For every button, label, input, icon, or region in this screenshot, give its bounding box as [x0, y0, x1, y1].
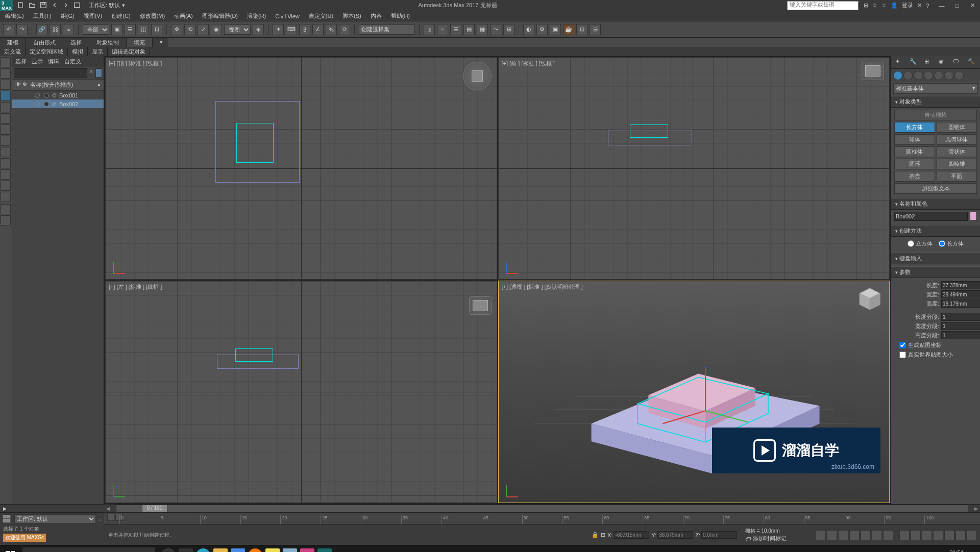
snap-toggle-button[interactable]: 3 — [299, 24, 310, 35]
pan-button[interactable] — [899, 530, 910, 540]
helpers-category-icon[interactable] — [934, 71, 943, 80]
layer-button[interactable]: ☰ — [450, 24, 461, 35]
time-slider-thumb[interactable]: 0 / 100 — [142, 505, 167, 513]
percent-snap-button[interactable]: % — [326, 24, 337, 35]
se-tool-15[interactable] — [1, 204, 11, 214]
menu-rendering[interactable]: 渲染(R) — [247, 12, 266, 20]
close-button[interactable]: ✕ — [965, 0, 980, 11]
menu-create[interactable]: 创建(C) — [111, 12, 130, 20]
se-tool-1[interactable] — [1, 57, 11, 67]
ribbon-tab-freeform[interactable]: 自由形式 — [26, 38, 63, 47]
rotate-button[interactable]: ⟲ — [184, 24, 195, 35]
menu-scripting[interactable]: 脚本(S) — [342, 12, 361, 20]
menu-group[interactable]: 组(G) — [61, 12, 75, 20]
subcategory-dropdown[interactable]: 标准基本体▾ — [893, 83, 978, 94]
zoom-extents-button[interactable] — [922, 530, 932, 540]
start-button[interactable] — [0, 545, 20, 553]
radio-cube[interactable]: 立方体 — [908, 240, 933, 247]
rollout-header[interactable]: 键盘输入 — [891, 253, 980, 264]
mirror-button[interactable]: ⎅ — [424, 24, 435, 35]
spacewarps-category-icon[interactable] — [944, 71, 953, 80]
viewport-label[interactable]: [+] [前 ] [标准 ] [线框 ] — [502, 60, 555, 67]
length-input[interactable] — [941, 281, 980, 289]
cameras-category-icon[interactable] — [924, 71, 933, 80]
prim-plane[interactable]: 平面 — [937, 171, 977, 182]
next-frame-button[interactable] — [849, 530, 860, 540]
se-tool-12[interactable] — [1, 181, 11, 191]
link-button[interactable]: 🔗 — [36, 24, 47, 35]
align-button[interactable]: ≡ — [437, 24, 448, 35]
se-tool-13[interactable] — [1, 192, 11, 202]
curve-editor-button[interactable]: 〜 — [490, 24, 501, 35]
menu-views[interactable]: 视图(V) — [84, 12, 103, 20]
exchange-icon[interactable]: ✕ — [917, 2, 922, 9]
open-icon[interactable] — [29, 2, 37, 10]
user-icon[interactable]: 👤 — [891, 2, 898, 9]
menu-help[interactable]: 帮助(H) — [391, 12, 410, 20]
schematic-button[interactable]: ⊞ — [503, 24, 514, 35]
geometry-category-icon[interactable] — [893, 71, 902, 80]
se-tool-11[interactable] — [1, 169, 11, 180]
menu-modifiers[interactable]: 修改器(M) — [140, 12, 165, 20]
workspace-selector[interactable]: 工作区: 默认▾ — [86, 2, 128, 9]
prev-frame-button[interactable] — [827, 530, 837, 540]
layer2-button[interactable]: ▤ — [463, 24, 475, 35]
toggle-ribbon-button[interactable]: ▦ — [477, 24, 488, 35]
subtab-flow[interactable]: 定义流 — [0, 47, 26, 56]
se-tool-7[interactable] — [1, 124, 11, 135]
render-button[interactable]: ☕ — [563, 24, 574, 35]
viewcube[interactable] — [463, 62, 492, 90]
maxscript-mini-listener[interactable]: ▶ — [3, 506, 7, 511]
time-config-button[interactable] — [883, 530, 893, 540]
se-menu-display[interactable]: 显示 — [32, 58, 43, 65]
app3-icon[interactable] — [283, 548, 297, 553]
taskview-icon[interactable] — [179, 548, 193, 553]
layers-icon[interactable]: ≡ — [99, 516, 102, 522]
layout-button[interactable] — [2, 514, 11, 523]
manipulate-button[interactable]: ✦ — [273, 24, 284, 35]
redo-button[interactable]: ↷ — [16, 24, 28, 35]
select-object-button[interactable]: ▣ — [111, 24, 122, 35]
modify-tab-icon[interactable]: 🔧 — [910, 58, 918, 66]
box002-outline[interactable] — [235, 348, 273, 362]
zoom-all-button[interactable] — [944, 530, 954, 540]
undo-icon[interactable] — [51, 2, 59, 10]
y-coord-input[interactable] — [657, 531, 693, 539]
spinner-snap-button[interactable]: ⟳ — [339, 24, 350, 35]
color-swatch[interactable] — [970, 212, 977, 221]
goto-end-button[interactable] — [861, 530, 871, 540]
lsegs-input[interactable] — [941, 313, 980, 321]
subtab-simulate[interactable]: 模拟 — [68, 47, 88, 56]
object-name-input[interactable] — [894, 212, 968, 221]
se-search-input[interactable] — [14, 68, 87, 78]
viewport-label[interactable]: [+] [透视 ] [标准 ] [默认明暗处理 ] — [502, 283, 583, 291]
menu-edit[interactable]: 编辑(E) — [5, 12, 24, 20]
goto-start-button[interactable] — [816, 530, 826, 540]
3dsmax-taskbar-icon[interactable] — [317, 548, 332, 553]
star2-icon[interactable]: ☆ — [881, 2, 887, 9]
window-crossing-button[interactable]: ⊡ — [151, 24, 162, 35]
se-tool-6[interactable] — [1, 113, 11, 123]
shapes-category-icon[interactable] — [903, 71, 913, 80]
freeze-icon[interactable] — [44, 102, 49, 107]
x-coord-input[interactable] — [614, 531, 649, 539]
se-item-box001[interactable]: ◇ Box001 — [12, 91, 104, 99]
help-search-input[interactable] — [788, 2, 858, 8]
prim-tube[interactable]: 管状体 — [937, 146, 977, 157]
se-tool-3[interactable] — [1, 80, 11, 90]
selection-filter[interactable]: 全部 — [83, 24, 109, 35]
se-tool-10[interactable] — [1, 158, 11, 168]
bind-button[interactable]: ≈ — [63, 24, 74, 35]
coord-mode-icon[interactable]: ⊞ — [601, 532, 605, 538]
named-selection-sets[interactable] — [359, 24, 415, 35]
render-frame-button[interactable]: ▣ — [550, 24, 561, 35]
freeze-icon[interactable] — [44, 93, 49, 98]
app1-icon[interactable] — [231, 548, 245, 553]
time-slider[interactable]: 0 / 100 — [116, 505, 968, 513]
rollout-header[interactable]: 创建方法 — [891, 225, 980, 237]
layout-workspace[interactable]: 工作区: 默认 — [14, 514, 96, 523]
app-logo[interactable]: 3MAX — [0, 0, 13, 11]
edge-icon[interactable] — [196, 548, 210, 553]
viewcube[interactable] — [855, 285, 884, 314]
viewport-left[interactable]: [+] [左 ] [标准 ] [线框 ] — [105, 281, 497, 503]
